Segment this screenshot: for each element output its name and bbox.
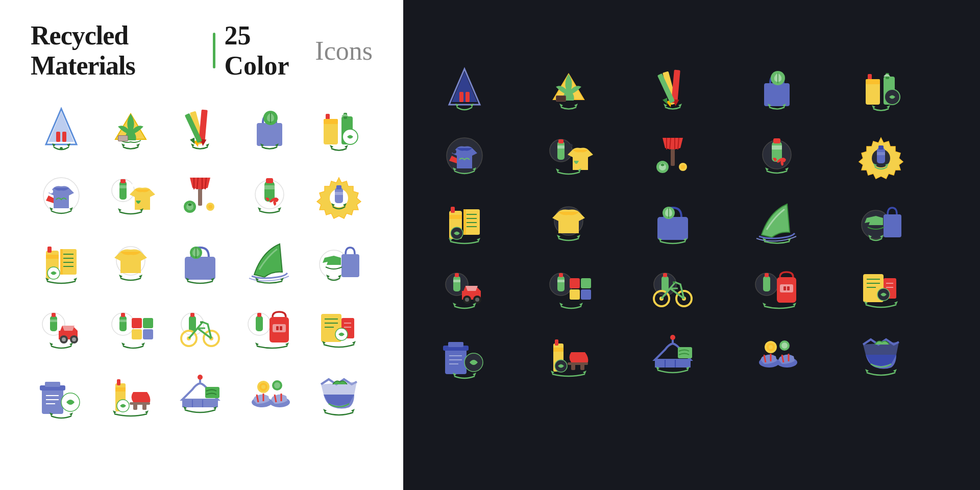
dark-icon-recycled-fabric xyxy=(434,59,495,120)
svg-marker-187 xyxy=(664,104,667,107)
dark-icon-hemp-map xyxy=(538,59,599,120)
icon-surfboard-fin xyxy=(239,231,300,292)
svg-marker-142 xyxy=(69,412,73,416)
svg-rect-229 xyxy=(878,145,884,150)
right-panel xyxy=(403,0,980,490)
svg-rect-207 xyxy=(558,139,564,143)
icon-bottle-notebook xyxy=(31,231,92,292)
header: Recycled Materials 25 Color Icons xyxy=(31,0,373,96)
dark-icons-grid xyxy=(434,56,949,388)
svg-rect-261 xyxy=(453,280,460,282)
svg-rect-103 xyxy=(132,318,142,328)
svg-rect-102 xyxy=(119,320,127,322)
dark-icon-bottle-notebook xyxy=(434,191,495,253)
dark-icon-gear-recycle xyxy=(850,125,912,186)
svg-rect-90 xyxy=(50,316,57,331)
svg-marker-292 xyxy=(763,303,766,306)
svg-rect-290 xyxy=(783,286,786,290)
icon-recycled-clothing xyxy=(31,165,92,226)
svg-rect-172 xyxy=(459,92,463,102)
dark-icon-recycling-bin xyxy=(434,324,495,385)
icon-recycled-tshirt xyxy=(100,231,161,292)
svg-marker-302 xyxy=(894,301,898,305)
svg-point-204 xyxy=(452,150,456,154)
svg-rect-79 xyxy=(185,257,215,280)
icon-car-recycled xyxy=(31,298,92,359)
svg-rect-286 xyxy=(763,276,770,291)
svg-point-96 xyxy=(72,337,76,341)
svg-marker-56 xyxy=(258,207,261,211)
svg-rect-2 xyxy=(56,132,60,142)
svg-rect-72 xyxy=(60,249,63,275)
svg-rect-111 xyxy=(190,313,194,317)
svg-rect-60 xyxy=(336,185,341,189)
icon-eco-bag xyxy=(239,99,300,160)
svg-rect-66 xyxy=(46,255,59,259)
svg-rect-291 xyxy=(787,286,790,290)
svg-point-263 xyxy=(465,298,469,302)
svg-marker-97 xyxy=(50,342,53,346)
svg-rect-269 xyxy=(557,276,565,291)
svg-rect-314 xyxy=(555,339,558,346)
icon-clothes-hanger xyxy=(169,364,231,425)
dark-icon-map-document xyxy=(850,258,912,319)
svg-marker-57 xyxy=(278,207,281,211)
svg-rect-101 xyxy=(121,313,125,317)
icon-garden-tools xyxy=(169,165,231,226)
title-recycled: Recycled Materials xyxy=(31,20,204,81)
svg-rect-137 xyxy=(45,382,60,387)
svg-marker-30 xyxy=(330,145,333,149)
svg-rect-273 xyxy=(581,278,591,288)
svg-rect-241 xyxy=(463,209,466,235)
svg-rect-105 xyxy=(132,329,142,339)
title-icons: Icons xyxy=(315,36,373,66)
icon-recycled-fabric xyxy=(31,99,92,160)
svg-marker-124 xyxy=(285,342,289,346)
svg-rect-195 xyxy=(866,79,880,84)
dark-icon-garden-tools xyxy=(642,125,703,186)
icon-cleaning xyxy=(308,99,370,160)
svg-rect-230 xyxy=(877,152,885,155)
svg-marker-78 xyxy=(139,275,142,278)
svg-rect-100 xyxy=(119,316,127,331)
svg-marker-246 xyxy=(557,235,560,238)
svg-rect-55 xyxy=(264,185,275,189)
svg-marker-266 xyxy=(453,303,456,306)
icon-recycling-bin xyxy=(31,364,92,425)
left-panel: Recycled Materials 25 Color Icons xyxy=(0,0,403,490)
svg-point-336 xyxy=(781,342,788,349)
svg-rect-88 xyxy=(341,254,359,277)
dark-icon-globe-hand xyxy=(850,324,912,385)
svg-marker-267 xyxy=(473,303,476,306)
icon-map-document xyxy=(308,298,370,359)
light-icons-grid xyxy=(31,96,373,428)
svg-marker-226 xyxy=(785,167,789,171)
svg-point-6 xyxy=(60,147,63,150)
svg-rect-104 xyxy=(143,318,153,328)
svg-rect-65 xyxy=(47,247,52,253)
svg-rect-257 xyxy=(884,214,901,237)
svg-rect-38 xyxy=(120,179,126,183)
svg-rect-92 xyxy=(50,320,57,322)
svg-rect-235 xyxy=(449,215,462,219)
svg-rect-173 xyxy=(465,92,470,102)
dark-icon-recycled-clothing xyxy=(434,125,495,186)
svg-rect-146 xyxy=(115,387,126,391)
svg-rect-275 xyxy=(581,289,591,300)
dark-icon-sandals-toys xyxy=(746,324,807,385)
dark-icon-surfboard-fin xyxy=(746,191,807,253)
svg-point-211 xyxy=(570,144,573,147)
dark-icon-recycled-tshirt xyxy=(538,191,599,253)
svg-rect-272 xyxy=(570,278,580,288)
svg-marker-171 xyxy=(452,71,477,102)
svg-rect-270 xyxy=(559,273,563,277)
svg-marker-293 xyxy=(793,303,796,306)
svg-rect-318 xyxy=(568,362,588,365)
dark-icon-pet-bottle xyxy=(746,125,807,186)
svg-marker-180 xyxy=(574,104,578,107)
svg-rect-325 xyxy=(678,347,692,358)
svg-rect-259 xyxy=(453,276,460,291)
icon-bicycle xyxy=(169,298,231,359)
icon-globe-hand xyxy=(308,364,370,425)
icon-sandals-toys xyxy=(239,364,300,425)
